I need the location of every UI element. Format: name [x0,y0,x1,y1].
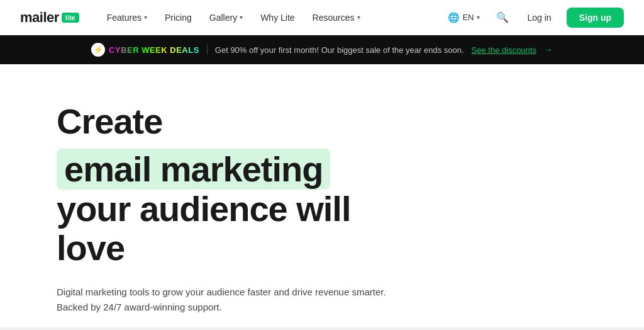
logo-text: mailer [20,9,59,26]
headline-line2: your audience will love [57,190,408,267]
nav-links: Features ▾ Pricing Gallery ▾ Why Lite Re… [99,9,443,26]
logo[interactable]: mailer lite [20,9,79,26]
hero-content: Create email marketing your audience wil… [0,64,428,330]
logo-badge: lite [62,13,79,23]
banner-divider [207,45,208,55]
login-button[interactable]: Log in [520,9,559,26]
bottom-bar [0,327,644,330]
headline-highlight: email marketing [57,149,330,190]
chevron-down-icon: ▾ [240,14,243,21]
nav-why-lite[interactable]: Why Lite [253,9,302,26]
banner-text: Get 90% off your first month! Our bigges… [215,45,464,55]
banner-link[interactable]: See the discounts [472,45,536,55]
hero-section: Create email marketing your audience wil… [0,64,644,330]
chevron-down-icon: ▾ [357,14,360,21]
search-button[interactable]: 🔍 [492,8,513,28]
hero-headline: Create email marketing your audience wil… [57,102,408,267]
chevron-down-icon: ▾ [144,14,147,21]
search-icon: 🔍 [496,11,509,23]
nav-gallery[interactable]: Gallery ▾ [202,9,250,26]
chevron-down-icon: ▾ [477,14,480,21]
nav-features[interactable]: Features ▾ [99,9,155,26]
globe-icon: 🌐 [448,12,460,23]
nav-signup-button[interactable]: Sign up [567,8,624,28]
headline-part1: Create [57,102,162,141]
language-selector[interactable]: 🌐 EN ▾ [443,9,484,26]
arrow-icon: → [544,45,553,55]
navigation: mailer lite Features ▾ Pricing Gallery ▾… [0,0,644,35]
nav-pricing[interactable]: Pricing [157,9,199,26]
hero-subtext: Digital marketing tools to grow your aud… [57,285,396,315]
promo-title: CYBER WEEK DEALS [109,45,199,55]
promo-banner: ⚡ CYBER WEEK DEALS Get 90% off your firs… [0,35,644,64]
banner-badge: ⚡ CYBER WEEK DEALS [91,43,199,57]
banner-icon: ⚡ [91,43,105,57]
nav-resources[interactable]: Resources ▾ [305,9,368,26]
nav-right: 🌐 EN ▾ 🔍 Log in Sign up [443,8,624,28]
